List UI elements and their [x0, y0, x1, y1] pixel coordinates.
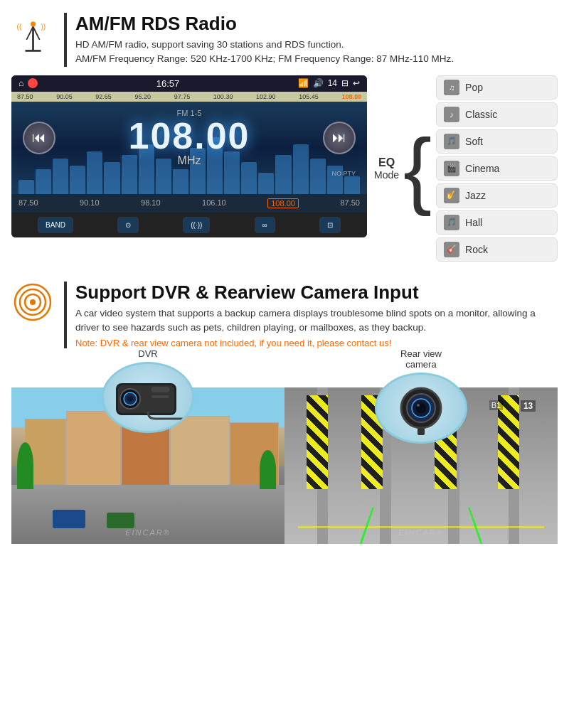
radio-screen: ⌂ 16:57 📶 🔊 14 ⊟ ↩ 87.50 90.05 92.65 95.… [11, 75, 367, 237]
signal-icon: 📶 [298, 78, 309, 88]
eq-modes-list: ♫ Pop ♪ Classic 🎵 Soft 🎬 Cinema 🎷 J [436, 75, 558, 262]
rock-icon: 🎸 [444, 242, 459, 257]
freq-number: 108.00 [128, 117, 250, 154]
statusbar-right: 📶 🔊 14 ⊟ ↩ [298, 78, 360, 88]
radio-controls: ⏮ FM 1-5 108.00 MHz ⏭ [23, 109, 356, 167]
home-icon: ⌂ [18, 78, 23, 88]
pop-icon: ♫ [444, 80, 459, 95]
dvr-bubble-container: DVR [102, 348, 194, 433]
parking-number-13: 13 [521, 400, 536, 412]
statusbar-left: ⌂ [18, 78, 38, 88]
svg-point-10 [30, 299, 36, 305]
radio-antenna-icon: (( )) [11, 13, 54, 55]
dvr-section: Support DVR & Rearview Camera Input A ca… [0, 270, 569, 553]
radio-freq-row: 87.50 90.10 98.10 106.10 108.00 87.50 [11, 194, 367, 213]
rds-button[interactable]: ∞ [255, 217, 275, 233]
eq-brace: { [403, 126, 432, 211]
no-pty-label: NO PTY [23, 170, 356, 177]
eq-mode-cinema[interactable]: 🎬 Cinema [436, 156, 558, 181]
svg-text:((: (( [16, 23, 21, 31]
svg-rect-17 [151, 395, 169, 398]
eq-mode-rock[interactable]: 🎸 Rock [436, 237, 558, 262]
statusbar-time: 16:57 [156, 78, 180, 89]
prev-button[interactable]: ⏮ [23, 122, 55, 154]
radio-buttons: BAND ⊙ ((·)) ∞ ⊡ [11, 213, 367, 237]
svg-point-22 [417, 404, 420, 407]
dvr-products: DVR [11, 387, 558, 544]
radio-title-block: AM/FM RDS Radio HD AM/FM radio, support … [64, 13, 558, 67]
eq-label: EQ Mode [374, 156, 399, 181]
eq-mode-jazz[interactable]: 🎷 Jazz [436, 183, 558, 208]
volume-level: 14 [328, 78, 337, 88]
dvr-label: DVR [102, 348, 194, 359]
parking-number-b1: B1 [489, 400, 503, 410]
dvr-circle [102, 362, 194, 433]
eq-mode-classic[interactable]: ♪ Classic [436, 102, 558, 127]
dvr-title: Support DVR & Rearview Camera Input [75, 282, 558, 304]
svg-point-6 [30, 21, 35, 26]
soft-icon: 🎵 [444, 134, 459, 149]
save-button[interactable]: ⊡ [319, 217, 341, 233]
jazz-icon: 🎷 [444, 188, 459, 203]
radio-section: (( )) AM/FM RDS Radio HD AM/FM radio, su… [0, 0, 569, 270]
dvr-header: Support DVR & Rearview Camera Input A ca… [11, 282, 558, 349]
search-button[interactable]: ⊙ [117, 217, 139, 233]
volume-icon: 🔊 [313, 78, 324, 88]
radio-header: (( )) AM/FM RDS Radio HD AM/FM radio, su… [11, 13, 558, 67]
eq-mode-soft[interactable]: 🎵 Soft [436, 129, 558, 154]
rear-cam-label: Rear viewcamera [375, 348, 467, 370]
rear-cam-circle [375, 373, 467, 444]
svg-point-15 [127, 396, 133, 402]
freq-scale: 87.50 90.05 92.65 95.20 97.75 100.30 102… [11, 92, 367, 102]
freq-display: FM 1-5 108.00 MHz [128, 109, 250, 167]
next-button[interactable]: ⏭ [323, 122, 356, 154]
dvr-product-left: DVR [11, 387, 284, 544]
radio-content: ⌂ 16:57 📶 🔊 14 ⊟ ↩ 87.50 90.05 92.65 95.… [11, 75, 558, 262]
app-icon [28, 78, 38, 88]
hall-icon: 🎵 [444, 215, 459, 230]
eq-panel: EQ Mode { ♫ Pop ♪ Classic 🎵 Soft 🎬 [367, 75, 558, 262]
eq-mode-pop[interactable]: ♫ Pop [436, 75, 558, 100]
radio-title: AM/FM RDS Radio [75, 13, 558, 35]
rear-cam-watermark: EINCAR® [398, 528, 444, 537]
back-icon: ↩ [353, 78, 360, 88]
signal-button[interactable]: ((·)) [183, 217, 210, 233]
radio-main: ⏮ FM 1-5 108.00 MHz ⏭ NO PTY [11, 102, 367, 194]
radio-statusbar: ⌂ 16:57 📶 🔊 14 ⊟ ↩ [11, 75, 367, 92]
dvr-title-block: Support DVR & Rearview Camera Input A ca… [64, 282, 558, 349]
dvr-watermark: EINCAR® [125, 528, 171, 537]
classic-icon: ♪ [444, 107, 459, 122]
dvr-camera-icon [11, 282, 54, 324]
svg-rect-16 [151, 387, 169, 392]
wifi-icon: ⊟ [341, 78, 349, 88]
band-button[interactable]: BAND [38, 217, 73, 233]
dvr-note: Note: DVR & rear view camera not include… [75, 338, 558, 348]
dvr-product-right: Rear viewcamera [284, 387, 558, 544]
dvr-desc: A car video system that supports a backu… [75, 306, 558, 336]
radio-desc: HD AM/FM radio, support saving 30 statio… [75, 38, 558, 67]
eq-mode-hall[interactable]: 🎵 Hall [436, 210, 558, 235]
cinema-icon: 🎬 [444, 161, 459, 176]
rear-cam-bubble-container: Rear viewcamera [375, 348, 467, 444]
svg-rect-23 [418, 428, 425, 435]
svg-text:)): )) [41, 23, 46, 31]
